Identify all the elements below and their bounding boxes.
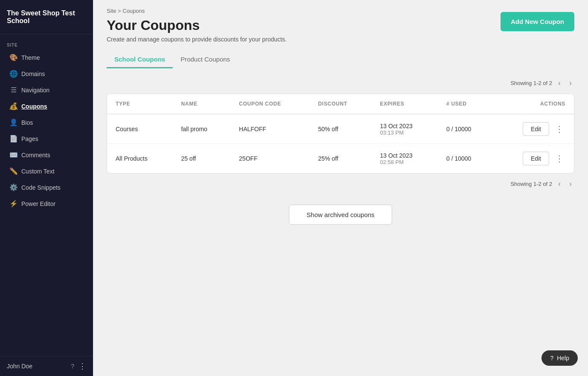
navigation-icon: ☰: [9, 86, 18, 94]
tab-product-coupons-label: Product Coupons: [180, 56, 230, 63]
col-discount: DISCOUNT: [309, 94, 371, 114]
sidebar-nav: SITE 🎨 Theme 🌐 Domains ☰ Navigation 💰 Co…: [0, 34, 93, 356]
coupons-icon: 💰: [9, 102, 18, 110]
col-type-label: TYPE: [116, 101, 130, 107]
pagination-bottom: Showing 1-2 of 2 ‹ ›: [107, 173, 574, 194]
row2-actions-cell: Edit ⋮: [503, 152, 565, 165]
sidebar-item-coupons[interactable]: 💰 Coupons: [3, 98, 90, 114]
main-header: Site > Coupons Your Coupons Create and m…: [93, 0, 588, 43]
breadcrumb-current: Coupons: [122, 8, 145, 14]
sidebar-footer: John Doe ? ⋮: [0, 356, 93, 376]
sidebar-help-icon[interactable]: ?: [71, 363, 74, 370]
col-actions-label: ACTIONS: [540, 101, 565, 107]
sidebar-item-comments[interactable]: ✉️ Comments: [3, 147, 90, 163]
col-used: # USED: [438, 94, 494, 114]
pagination-next-button[interactable]: ›: [567, 78, 574, 88]
table-body: Courses fall promo HALFOFF 50% off 13 Oc…: [107, 114, 574, 173]
pagination-top: Showing 1-2 of 2 ‹ ›: [107, 73, 574, 94]
sidebar-item-theme[interactable]: 🎨 Theme: [3, 50, 90, 65]
col-coupon-code-label: COUPON CODE: [239, 101, 281, 107]
sidebar-more-icon[interactable]: ⋮: [79, 361, 86, 371]
sidebar-item-bios[interactable]: 👤 Bios: [3, 115, 90, 130]
sidebar-item-label-coupons: Coupons: [21, 103, 47, 110]
row2-name: 25 off: [172, 144, 230, 173]
row1-expires-time: 03:13 PM: [380, 129, 429, 136]
row2-expires-date: 13 Oct 2023: [380, 152, 429, 159]
row2-more-button[interactable]: ⋮: [553, 153, 565, 164]
breadcrumb-separator: >: [118, 8, 122, 14]
row1-actions: Edit ⋮: [494, 114, 574, 144]
row2-used: 0 / 10000: [438, 144, 494, 173]
row1-coupon-code: HALFOFF: [230, 114, 309, 144]
row1-edit-button[interactable]: Edit: [523, 122, 549, 136]
row1-type: Courses: [107, 114, 172, 144]
comments-icon: ✉️: [9, 151, 18, 159]
show-archived-button[interactable]: Show archived coupons: [289, 205, 392, 225]
pagination-prev-button[interactable]: ‹: [556, 78, 563, 88]
sidebar-item-label-theme: Theme: [21, 54, 40, 61]
domains-icon: 🌐: [9, 70, 18, 78]
col-discount-label: DISCOUNT: [318, 101, 347, 107]
sidebar-item-navigation[interactable]: ☰ Navigation: [3, 82, 90, 98]
sidebar-user-name: John Doe: [7, 363, 32, 370]
help-button[interactable]: ? Help: [541, 350, 578, 366]
sidebar-item-label-pages: Pages: [21, 135, 38, 142]
content-area: Showing 1-2 of 2 ‹ › TYPE NAME COUPON CO…: [93, 68, 588, 376]
col-expires: EXPIRES: [371, 94, 438, 114]
pagination-bottom-next-button[interactable]: ›: [567, 179, 574, 189]
pages-icon: 📄: [9, 135, 18, 143]
col-name: NAME: [172, 94, 230, 114]
breadcrumb-site-link[interactable]: Site: [107, 8, 116, 14]
table-card: TYPE NAME COUPON CODE DISCOUNT EXPIRES #…: [107, 94, 574, 173]
row2-type: All Products: [107, 144, 172, 173]
help-icon: ?: [550, 355, 553, 361]
row2-coupon-code: 25OFF: [230, 144, 309, 173]
col-actions: ACTIONS: [494, 94, 574, 114]
theme-icon: 🎨: [9, 53, 18, 62]
row1-expires-date: 13 Oct 2023: [380, 123, 429, 129]
header-left: Site > Coupons Your Coupons Create and m…: [107, 8, 287, 43]
row2-actions: Edit ⋮: [494, 144, 574, 173]
sidebar-brand: The Sweet Shop Test School: [0, 0, 93, 34]
col-name-label: NAME: [181, 101, 197, 107]
table-row: Courses fall promo HALFOFF 50% off 13 Oc…: [107, 114, 574, 144]
sidebar-item-label-bios: Bios: [21, 119, 33, 126]
coupons-table: TYPE NAME COUPON CODE DISCOUNT EXPIRES #…: [107, 94, 574, 173]
sidebar: The Sweet Shop Test School SITE 🎨 Theme …: [0, 0, 93, 376]
add-new-coupon-button[interactable]: Add New Coupon: [501, 12, 574, 31]
sidebar-item-label-comments: Comments: [21, 152, 50, 159]
col-used-label: # USED: [446, 101, 467, 107]
col-type: TYPE: [107, 94, 172, 114]
sidebar-item-code-snippets[interactable]: ⚙️ Code Snippets: [3, 179, 90, 195]
sidebar-item-pages[interactable]: 📄 Pages: [3, 131, 90, 147]
sidebar-item-label-power-editor: Power Editor: [21, 200, 55, 207]
sidebar-item-label-navigation: Navigation: [21, 87, 49, 94]
pagination-top-text: Showing 1-2 of 2: [510, 80, 552, 86]
sidebar-item-label-custom-text: Custom Text: [21, 168, 55, 175]
row1-discount: 50% off: [309, 114, 371, 144]
row2-edit-button[interactable]: Edit: [523, 152, 549, 165]
tab-product-coupons[interactable]: Product Coupons: [173, 51, 238, 68]
brand-name: The Sweet Shop Test School: [7, 9, 86, 25]
table-row: All Products 25 off 25OFF 25% off 13 Oct…: [107, 144, 574, 173]
row1-used: 0 / 10000: [438, 114, 494, 144]
col-coupon-code: COUPON CODE: [230, 94, 309, 114]
row1-name: fall promo: [172, 114, 230, 144]
tabs-bar: School Coupons Product Coupons: [93, 43, 588, 68]
table-header-row: TYPE NAME COUPON CODE DISCOUNT EXPIRES #…: [107, 94, 574, 114]
sidebar-item-custom-text[interactable]: ✏️ Custom Text: [3, 163, 90, 179]
breadcrumb: Site > Coupons: [107, 8, 287, 14]
sidebar-item-domains[interactable]: 🌐 Domains: [3, 66, 90, 82]
power-editor-icon: ⚡: [9, 200, 18, 208]
pagination-bottom-prev-button[interactable]: ‹: [556, 179, 563, 189]
row2-discount: 25% off: [309, 144, 371, 173]
row1-more-button[interactable]: ⋮: [553, 123, 565, 135]
custom-text-icon: ✏️: [9, 167, 18, 175]
tab-school-coupons[interactable]: School Coupons: [107, 51, 173, 68]
row2-expires-time: 02:58 PM: [380, 159, 429, 165]
page-title: Your Coupons: [107, 18, 287, 33]
code-snippets-icon: ⚙️: [9, 183, 18, 191]
table-header: TYPE NAME COUPON CODE DISCOUNT EXPIRES #…: [107, 94, 574, 114]
sidebar-item-power-editor[interactable]: ⚡ Power Editor: [3, 196, 90, 212]
help-button-label: Help: [557, 355, 569, 361]
